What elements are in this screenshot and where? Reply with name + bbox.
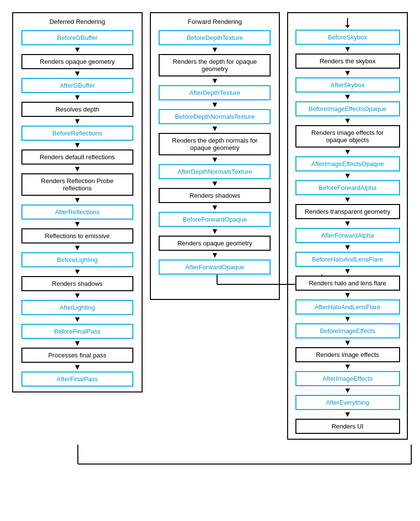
after-reflections: AfterReflections bbox=[21, 205, 133, 220]
before-reflections: BeforeReflections bbox=[21, 126, 133, 141]
renders-depth-opaque: Renders the depth for opaque geometry bbox=[159, 54, 271, 76]
before-forward-alpha: BeforeForwardAlpha bbox=[295, 180, 400, 195]
arrow: ▼ bbox=[73, 243, 82, 252]
arrow: ▼ bbox=[210, 45, 219, 54]
processes-final-pass: Processes final pass bbox=[21, 348, 133, 363]
arrow: ▼ bbox=[343, 69, 352, 77]
arrow: ▼ bbox=[343, 148, 352, 156]
renders-image-effects-opaque: Renders image effects for opaque objects bbox=[295, 125, 400, 148]
arrow: ▼ bbox=[343, 116, 352, 125]
arrow: ▼ bbox=[210, 227, 219, 236]
before-skybox: BeforeSkybox bbox=[295, 30, 400, 45]
arrow: ▼ bbox=[73, 315, 82, 324]
after-halo-lens-flare: AfterHaloAndLensFlare bbox=[295, 299, 400, 315]
after-image-effects-opaque: AfterImageEffectsOpaque bbox=[295, 156, 400, 171]
arrow: ▼ bbox=[343, 93, 352, 101]
after-forward-opaque: AfterForwardOpaque bbox=[159, 260, 271, 275]
forward-rendering-column: Forward Rendering BeforeDepthTexture ▼ R… bbox=[150, 12, 280, 300]
arrow: ▼ bbox=[73, 363, 82, 372]
arrow: ▼ bbox=[343, 171, 352, 180]
before-image-effects: BeforeImageEffects bbox=[295, 323, 400, 338]
arrow: ▼ bbox=[210, 179, 219, 188]
arrow: ▼ bbox=[73, 267, 82, 276]
arrow: ▼ bbox=[343, 267, 352, 276]
after-final-pass: AfterFinalPass bbox=[21, 372, 133, 387]
arrow: ▼ bbox=[73, 69, 82, 78]
renders-image-effects: Renders image effects bbox=[295, 347, 400, 362]
top-connector bbox=[345, 18, 350, 28]
before-gbuffer: BeforeGBuffer bbox=[21, 30, 133, 45]
arrow: ▼ bbox=[73, 196, 82, 205]
arrow: ▼ bbox=[73, 93, 82, 102]
col1-title: Deferred Rendering bbox=[50, 18, 105, 25]
col3-flow: BeforeSkybox ▼ Renders the skybox ▼ Afte… bbox=[295, 30, 400, 434]
col2-to-col3-connector bbox=[161, 275, 268, 294]
svg-marker-4 bbox=[345, 25, 350, 28]
arrow: ▼ bbox=[210, 155, 219, 164]
arrow: ▼ bbox=[343, 386, 352, 395]
renders-halo-lens-flare: Renders halo and lens flare bbox=[295, 276, 400, 291]
col2-flow: BeforeDepthTexture ▼ Renders the depth f… bbox=[159, 30, 271, 275]
after-lighting: AfterLighting bbox=[21, 300, 133, 315]
arrow: ▼ bbox=[73, 45, 82, 54]
arrow: ▼ bbox=[210, 124, 219, 133]
arrow: ▼ bbox=[343, 338, 352, 347]
renders-default-reflections: Renders default reflections bbox=[21, 149, 133, 165]
after-image-effects: AfterImageEffects bbox=[295, 371, 400, 386]
arrow: ▼ bbox=[343, 410, 352, 419]
arrow: ▼ bbox=[343, 315, 352, 323]
arrow: ▼ bbox=[73, 220, 82, 228]
renders-opaque-geo-2: Renders opaque geometry bbox=[159, 236, 271, 251]
deferred-rendering-column: Deferred Rendering BeforeGBuffer ▼ Rende… bbox=[12, 12, 143, 392]
before-depth-texture: BeforeDepthTexture bbox=[159, 30, 271, 45]
after-forward-alpha: AfterForwardAlpha bbox=[295, 228, 400, 243]
after-depth-texture: AfterDepthTexture bbox=[159, 85, 271, 100]
before-final-pass: BeforeFinalPass bbox=[21, 324, 133, 339]
after-gbuffer: AfterGBuffer bbox=[21, 78, 133, 93]
arrow: ▼ bbox=[73, 141, 82, 149]
diagram-container: Deferred Rendering BeforeGBuffer ▼ Rende… bbox=[5, 5, 415, 447]
arrow: ▼ bbox=[343, 243, 352, 252]
before-depth-normals: BeforeDepthNormalsTexture bbox=[159, 109, 271, 124]
arrow: ▼ bbox=[343, 195, 352, 204]
arrow: ▼ bbox=[73, 117, 82, 126]
after-depth-normals: AfterDepthNormalsTexture bbox=[159, 164, 271, 179]
renders-skybox: Renders the skybox bbox=[295, 54, 400, 69]
bottom-connector bbox=[12, 445, 420, 474]
right-column: BeforeSkybox ▼ Renders the skybox ▼ Afte… bbox=[287, 12, 408, 440]
renders-shadows-1: Renders shadows bbox=[21, 276, 133, 291]
before-lighting: BeforeLighting bbox=[21, 252, 133, 267]
renders-depth-normals: Renders the depth normals for opaque geo… bbox=[159, 133, 271, 155]
arrow: ▼ bbox=[210, 76, 219, 85]
before-halo-lens-flare: BeforeHaloAndLensFlare bbox=[295, 252, 400, 267]
col1-flow: BeforeGBuffer ▼ Renders opaque geometry … bbox=[21, 30, 133, 387]
resolves-depth: Resolves depth bbox=[21, 102, 133, 117]
arrow: ▼ bbox=[73, 339, 82, 348]
after-everything: AfterEverything bbox=[295, 395, 400, 410]
renders-reflection-probe: Renders Reflection Probe reflections bbox=[21, 173, 133, 196]
arrow: ▼ bbox=[210, 251, 219, 260]
arrow: ▼ bbox=[210, 100, 219, 109]
arrow: ▼ bbox=[343, 362, 352, 371]
col2-title: Forward Rendering bbox=[188, 18, 242, 25]
renders-shadows-2: Renders shadows bbox=[159, 188, 271, 203]
arrow: ▼ bbox=[343, 219, 352, 228]
after-skybox: AfterSkybox bbox=[295, 77, 400, 93]
reflections-to-emissive: Reflections to emissive bbox=[21, 228, 133, 243]
arrow: ▼ bbox=[73, 291, 82, 300]
arrow: ▼ bbox=[73, 165, 82, 173]
before-forward-opaque: BeforeForwardOpaque bbox=[159, 212, 271, 227]
renders-transparent-geo: Renders transparent geometry bbox=[295, 204, 400, 219]
renders-ui: Renders UI bbox=[295, 419, 400, 434]
before-image-effects-opaque: BeforeImageEffectsOpaque bbox=[295, 101, 400, 116]
arrow: ▼ bbox=[210, 203, 219, 212]
arrow: ▼ bbox=[343, 291, 352, 299]
arrow: ▼ bbox=[343, 45, 352, 54]
renders-opaque-geo-1: Renders opaque geometry bbox=[21, 54, 133, 69]
